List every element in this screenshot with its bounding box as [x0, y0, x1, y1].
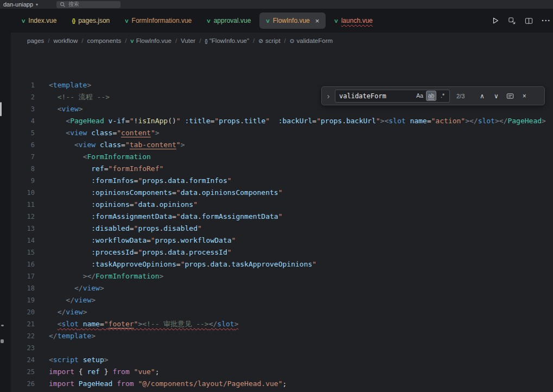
code-text: <!-- 流程 -->: [49, 91, 110, 103]
breadcrumb-item-workflow[interactable]: workflow: [54, 37, 78, 44]
breadcrumb: pages/workflow/components/VFlowInfo.vue/…: [11, 33, 553, 49]
editor-pane[interactable]: pages/workflow/components/VFlowInfo.vue/…: [11, 33, 553, 392]
line-number[interactable]: 3: [11, 103, 35, 115]
workbench: pages/workflow/components/VFlowInfo.vue/…: [0, 33, 553, 392]
braces-icon: {}: [205, 38, 207, 44]
code-line: 8 ref="formInfoRef": [11, 163, 553, 175]
line-number[interactable]: 20: [11, 306, 35, 318]
breadcrumb-item-components[interactable]: components: [87, 37, 121, 44]
tab-FormInformation.vue[interactable]: VFormInformation.vue: [118, 12, 198, 29]
breadcrumb-item-FlowInfo.vue[interactable]: VFlowInfo.vue: [130, 37, 171, 44]
code-text: <view>: [49, 103, 83, 115]
breadcrumb-item-Vuter[interactable]: Vuter: [181, 37, 195, 44]
error-squiggle: <slot name="footer"><!-- 审批意见 --></slot>: [58, 320, 239, 328]
find-close-button[interactable]: ×: [519, 92, 530, 100]
search-icon: [60, 2, 66, 8]
line-number[interactable]: 5: [11, 127, 35, 139]
line-number[interactable]: 24: [11, 354, 35, 366]
code-text: <view class="tab-content">: [49, 139, 185, 151]
sidebar-sliver: [1, 325, 4, 326]
tab-label: FormInformation.vue: [132, 17, 192, 24]
code-line: 4 <PageHead v-if="!isInApp()" :title="pr…: [11, 115, 553, 127]
search-label: 搜索: [68, 1, 79, 8]
breadcrumb-item-script[interactable]: ⊘script: [258, 37, 280, 44]
breadcrumb-separator: /: [175, 37, 177, 44]
line-number[interactable]: 19: [11, 294, 35, 306]
line-number[interactable]: 8: [11, 163, 35, 175]
code-text: <slot name="footer"><!-- 审批意见 --></slot>: [49, 318, 238, 330]
more-actions-button[interactable]: ···: [542, 16, 551, 25]
breadcrumb-item-validateForm[interactable]: ⊙validateForm: [290, 37, 333, 44]
line-number[interactable]: 16: [11, 258, 35, 270]
code-line: 15 :processId="props.data.processId": [11, 246, 553, 258]
line-number[interactable]: 9: [11, 175, 35, 187]
open-changes-button[interactable]: [508, 17, 516, 25]
code-text: <PageHead v-if="!isInApp()" :title="prop…: [49, 115, 546, 127]
line-number[interactable]: 22: [11, 330, 35, 342]
code-text: :formAssignmentData="data.formAssignment…: [49, 211, 283, 223]
breadcrumb-separator: /: [48, 37, 49, 44]
editor-actions: ···: [492, 16, 553, 25]
line-number[interactable]: 26: [11, 378, 35, 390]
breadcrumb-item-FlowInfo.vue[interactable]: {}"FlowInfo.vue": [205, 37, 249, 44]
tab-label: FlowInfo.vue: [273, 17, 310, 24]
split-editor-icon: [525, 17, 533, 25]
line-number[interactable]: 6: [11, 139, 35, 151]
tab-close-icon[interactable]: ×: [315, 17, 320, 25]
breadcrumb-separator: /: [199, 37, 201, 44]
find-in-selection-button[interactable]: [505, 92, 516, 100]
line-number[interactable]: 13: [11, 223, 35, 235]
line-number[interactable]: 21: [11, 318, 35, 330]
tab-FlowInfo.vue[interactable]: VFlowInfo.vue×: [259, 12, 326, 29]
global-search-box[interactable]: 搜索: [56, 1, 120, 8]
code-line: 12 :formAssignmentData="data.formAssignm…: [11, 211, 553, 223]
match-case-button[interactable]: Aa: [415, 91, 425, 101]
tab-approval.vue[interactable]: Vapproval.vue: [200, 12, 257, 29]
code-text: :formInfos="props.data.formInfos": [49, 175, 232, 187]
line-number[interactable]: 25: [11, 366, 35, 378]
code-line: 17 ></FormInformation>: [11, 270, 553, 282]
tab-launch.vue[interactable]: Vlaunch.vue: [328, 12, 379, 29]
tab-pages.json[interactable]: {}pages.json: [65, 12, 116, 29]
find-input[interactable]: [339, 92, 414, 100]
line-number[interactable]: 12: [11, 211, 35, 223]
line-number[interactable]: 7: [11, 151, 35, 163]
line-number[interactable]: 18: [11, 282, 35, 294]
module-icon: ⊘: [258, 37, 263, 44]
project-menu[interactable]: dan-uniapp ▾: [0, 1, 38, 8]
find-next-button[interactable]: ∨: [491, 92, 501, 100]
open-changes-icon: [508, 17, 516, 25]
split-editor-button[interactable]: [525, 17, 533, 25]
code-text: :opinionsComponents="data.opinionsCompon…: [49, 187, 283, 199]
code-line: 16 :taskApproveOpinions="props.data.task…: [11, 258, 553, 270]
line-number[interactable]: 14: [11, 235, 35, 246]
regex-button[interactable]: .*: [437, 91, 448, 101]
code-text: </view>: [49, 294, 96, 306]
line-number[interactable]: 1: [11, 79, 35, 91]
line-number[interactable]: 10: [11, 187, 35, 199]
toggle-replace-chevron-icon[interactable]: ›: [325, 92, 332, 100]
run-button[interactable]: [492, 17, 499, 24]
tab-label: Index.vue: [28, 17, 56, 24]
whole-word-button[interactable]: ab: [426, 91, 436, 101]
line-number[interactable]: 11: [11, 199, 35, 211]
line-number[interactable]: 4: [11, 115, 35, 127]
find-previous-button[interactable]: ∧: [476, 92, 487, 100]
tab-Index.vue[interactable]: VIndex.vue: [15, 12, 63, 29]
project-name: dan-uniapp: [3, 1, 33, 8]
code-text: <template>: [49, 79, 91, 91]
code-line: 25import { ref } from "vue";: [11, 366, 553, 378]
line-number[interactable]: 2: [11, 91, 35, 103]
breadcrumb-item-pages[interactable]: pages: [27, 37, 44, 44]
code-line: 18 </view>: [11, 282, 553, 294]
vue-file-icon: V: [334, 18, 338, 24]
line-number[interactable]: 15: [11, 246, 35, 258]
vue-file-icon: V: [266, 18, 269, 24]
code-line: 9 :formInfos="props.data.formInfos": [11, 175, 553, 187]
code-text: :taskApproveOpinions="props.data.taskApp…: [49, 258, 316, 270]
collapsed-sidebar[interactable]: [0, 33, 11, 392]
find-widget: › Aa ab .* 2/3 ∧ ∨ ×: [321, 86, 545, 105]
line-number[interactable]: 23: [11, 342, 35, 354]
sidebar-sliver: [1, 339, 4, 343]
line-number[interactable]: 17: [11, 270, 35, 282]
